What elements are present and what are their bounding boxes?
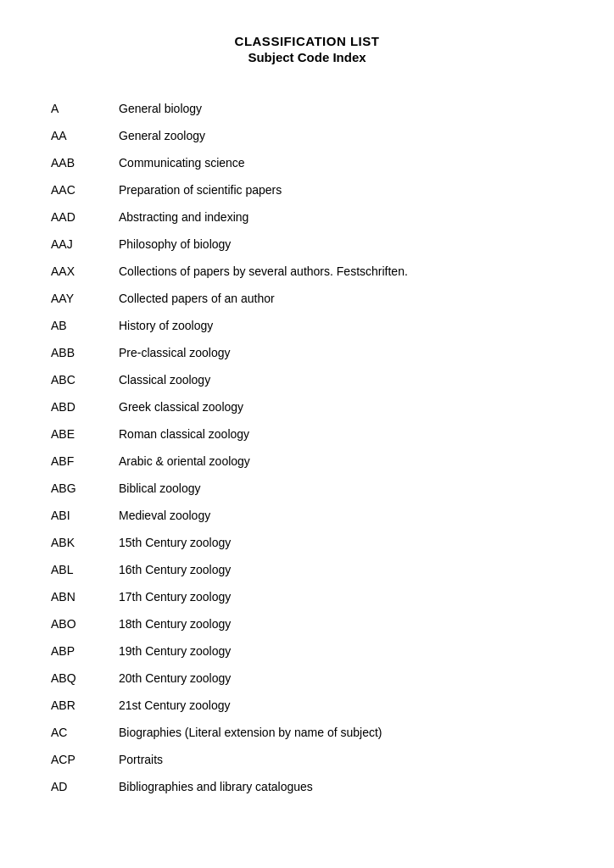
table-row: AAXCollections of papers by several auth… bbox=[51, 258, 563, 285]
entry-description: Arabic & oriental zoology bbox=[119, 448, 563, 475]
entry-description: Collections of papers by several authors… bbox=[119, 258, 563, 285]
table-row: AAGeneral zoology bbox=[51, 122, 563, 149]
entry-description: 19th Century zoology bbox=[119, 637, 563, 665]
entry-code: ABP bbox=[51, 637, 119, 665]
entry-code: ABF bbox=[51, 448, 119, 475]
entry-code: AAJ bbox=[51, 231, 119, 258]
table-row: AACPreparation of scientific papers bbox=[51, 176, 563, 203]
entry-description: General zoology bbox=[119, 122, 563, 149]
entry-description: Preparation of scientific papers bbox=[119, 176, 563, 203]
table-row: ABGBiblical zoology bbox=[51, 475, 563, 502]
table-row: ABL16th Century zoology bbox=[51, 556, 563, 583]
entry-description: Portraits bbox=[119, 746, 563, 773]
entry-code: ABE bbox=[51, 420, 119, 448]
entry-code: AAD bbox=[51, 203, 119, 231]
entry-code: ABI bbox=[51, 502, 119, 529]
entry-code: ABB bbox=[51, 339, 119, 366]
entry-description: Abstracting and indexing bbox=[119, 203, 563, 231]
entry-code: ABK bbox=[51, 529, 119, 556]
table-row: ABCClassical zoology bbox=[51, 366, 563, 393]
entry-description: Pre-classical zoology bbox=[119, 339, 563, 366]
entry-code: ABL bbox=[51, 556, 119, 583]
entry-description: General biology bbox=[119, 95, 563, 122]
table-row: ABR21st Century zoology bbox=[51, 692, 563, 719]
entry-code: ABC bbox=[51, 366, 119, 393]
table-row: ABP19th Century zoology bbox=[51, 637, 563, 665]
entry-description: Classical zoology bbox=[119, 366, 563, 393]
table-row: AAJPhilosophy of biology bbox=[51, 231, 563, 258]
entry-code: AD bbox=[51, 773, 119, 800]
table-row: ABO18th Century zoology bbox=[51, 610, 563, 637]
entry-description: Philosophy of biology bbox=[119, 231, 563, 258]
entry-description: 17th Century zoology bbox=[119, 583, 563, 610]
table-row: ABN17th Century zoology bbox=[51, 583, 563, 610]
entry-code: AAB bbox=[51, 149, 119, 176]
table-row: ABFArabic & oriental zoology bbox=[51, 448, 563, 475]
table-row: ABERoman classical zoology bbox=[51, 420, 563, 448]
entry-description: Biblical zoology bbox=[119, 475, 563, 502]
table-row: ABK15th Century zoology bbox=[51, 529, 563, 556]
entry-description: History of zoology bbox=[119, 312, 563, 339]
entry-code: AB bbox=[51, 312, 119, 339]
entry-description: Roman classical zoology bbox=[119, 420, 563, 448]
table-row: ABBPre-classical zoology bbox=[51, 339, 563, 366]
entry-code: AC bbox=[51, 719, 119, 746]
entry-description: Greek classical zoology bbox=[119, 393, 563, 420]
page-title-main: CLASSIFICATION LIST bbox=[51, 34, 563, 48]
table-row: ABIMedieval zoology bbox=[51, 502, 563, 529]
entry-description: 16th Century zoology bbox=[119, 556, 563, 583]
entry-code: ABN bbox=[51, 583, 119, 610]
entry-description: Collected papers of an author bbox=[119, 285, 563, 312]
table-row: ABQ20th Century zoology bbox=[51, 665, 563, 692]
table-row: ACBiographies (Literal extension by name… bbox=[51, 719, 563, 746]
entry-code: ABO bbox=[51, 610, 119, 637]
entry-code: AAY bbox=[51, 285, 119, 312]
entry-description: 18th Century zoology bbox=[119, 610, 563, 637]
entry-description: Biographies (Literal extension by name o… bbox=[119, 719, 563, 746]
entry-code: AA bbox=[51, 122, 119, 149]
entry-description: Communicating science bbox=[119, 149, 563, 176]
table-row: ABHistory of zoology bbox=[51, 312, 563, 339]
entry-description: Medieval zoology bbox=[119, 502, 563, 529]
entry-code: A bbox=[51, 95, 119, 122]
table-row: AADAbstracting and indexing bbox=[51, 203, 563, 231]
entry-code: AAX bbox=[51, 258, 119, 285]
entry-code: ABR bbox=[51, 692, 119, 719]
entry-code: ABD bbox=[51, 393, 119, 420]
entry-code: ABG bbox=[51, 475, 119, 502]
entry-description: 21st Century zoology bbox=[119, 692, 563, 719]
table-row: AGeneral biology bbox=[51, 95, 563, 122]
entry-description: Bibliographies and library catalogues bbox=[119, 773, 563, 800]
entry-description: 15th Century zoology bbox=[119, 529, 563, 556]
entry-code: AAC bbox=[51, 176, 119, 203]
entry-code: ABQ bbox=[51, 665, 119, 692]
entry-code: ACP bbox=[51, 746, 119, 773]
classification-table: AGeneral biologyAAGeneral zoologyAABComm… bbox=[51, 95, 563, 800]
entry-description: 20th Century zoology bbox=[119, 665, 563, 692]
table-row: AABCommunicating science bbox=[51, 149, 563, 176]
table-row: ADBibliographies and library catalogues bbox=[51, 773, 563, 800]
table-row: AAYCollected papers of an author bbox=[51, 285, 563, 312]
table-row: ABDGreek classical zoology bbox=[51, 393, 563, 420]
table-row: ACPPortraits bbox=[51, 746, 563, 773]
page-title-sub: Subject Code Index bbox=[51, 50, 563, 64]
page-header: CLASSIFICATION LIST Subject Code Index bbox=[51, 34, 563, 64]
